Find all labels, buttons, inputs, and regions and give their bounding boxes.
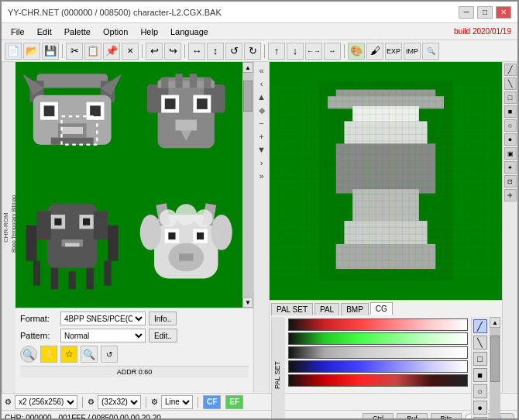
- search-icon-btn[interactable]: 🔍: [20, 346, 37, 363]
- picker-tool[interactable]: ✦: [473, 417, 487, 420]
- cut-button[interactable]: ✂: [66, 43, 83, 60]
- scroll-right-button[interactable]: ↔: [324, 43, 341, 60]
- rt-picker[interactable]: ✦: [504, 161, 517, 174]
- menu-palette[interactable]: Palette: [58, 26, 97, 38]
- import-button[interactable]: IMP: [404, 43, 421, 60]
- zoom-select[interactable]: x2 (256x256): [15, 395, 77, 409]
- menu-option[interactable]: Option: [97, 26, 134, 38]
- info-button[interactable]: Info..: [149, 312, 177, 325]
- rt-move[interactable]: ✛: [504, 189, 517, 201]
- color-row-2[interactable]: [288, 332, 468, 345]
- scroll-down-button[interactable]: ↓: [287, 43, 304, 60]
- bmp-tab[interactable]: BMP: [341, 303, 369, 315]
- tile-2[interactable]: [15, 185, 129, 308]
- open-button[interactable]: 📂: [23, 43, 40, 60]
- chr-info: CHR: 000000 - 001FFF / 008500 00,00,20,2…: [5, 414, 161, 420]
- rt-line[interactable]: ╲: [504, 77, 517, 90]
- edit-button[interactable]: Edit..: [149, 329, 177, 343]
- scroll-thumb[interactable]: [243, 81, 253, 112]
- rt-fill-circle[interactable]: ●: [504, 133, 517, 146]
- scroll-left-button[interactable]: ←→: [305, 43, 322, 60]
- pal-scroll-thumb[interactable]: [490, 336, 500, 382]
- scroll-up-button[interactable]: ↑: [268, 43, 285, 60]
- nav-pgup-btn[interactable]: ‹: [260, 78, 263, 89]
- palette-button[interactable]: 🖌: [366, 43, 383, 60]
- clear-button[interactable]: ✕: [122, 43, 139, 60]
- toolbar-separator-2: [142, 44, 143, 58]
- tile-0[interactable]: [15, 62, 129, 185]
- rotate-r-button[interactable]: ↻: [244, 43, 261, 60]
- nav-plus-btn[interactable]: +: [259, 131, 263, 142]
- zoom-button[interactable]: 🔍: [422, 43, 439, 60]
- menu-edit[interactable]: Edit: [31, 26, 58, 38]
- save-button[interactable]: 💾: [42, 43, 59, 60]
- rect-tool[interactable]: □: [473, 352, 487, 366]
- tile-1[interactable]: [129, 62, 243, 185]
- menu-help[interactable]: Help: [134, 26, 164, 38]
- cf-button[interactable]: CF: [203, 395, 221, 409]
- redo-button[interactable]: ↪: [164, 43, 181, 60]
- close-button[interactable]: ✕: [496, 6, 511, 19]
- copy-button[interactable]: 📋: [84, 43, 101, 60]
- line-select[interactable]: Line: [161, 395, 193, 409]
- tile-3[interactable]: [129, 185, 243, 308]
- palette-scrollbar[interactable]: ▲ ▼: [490, 317, 500, 420]
- rect-fill-tool[interactable]: ■: [473, 368, 487, 382]
- rt-circle[interactable]: ○: [504, 119, 517, 132]
- pixel-editor[interactable]: [270, 62, 502, 300]
- grid-select[interactable]: (32x32): [98, 395, 141, 409]
- color-row-1[interactable]: [288, 318, 468, 331]
- fill-tool[interactable]: ●: [473, 401, 487, 415]
- color-row-4[interactable]: [288, 360, 468, 373]
- flip-h-button[interactable]: ↔: [188, 43, 205, 60]
- menu-language[interactable]: Language: [164, 26, 215, 38]
- scroll-up-btn[interactable]: ▲: [242, 62, 253, 73]
- undo-button[interactable]: ↩: [146, 43, 163, 60]
- color-row-5[interactable]: [288, 374, 468, 387]
- menu-file[interactable]: File: [5, 26, 31, 38]
- scroll-track[interactable]: [242, 73, 253, 297]
- tile-scrollbar[interactable]: ▲ ▼: [242, 62, 253, 308]
- pal-tab[interactable]: PAL: [314, 303, 339, 315]
- export-button[interactable]: EXP: [385, 43, 402, 60]
- pal-set-tab[interactable]: PAL SET: [271, 303, 313, 315]
- star-icon-btn[interactable]: ☆: [60, 346, 77, 363]
- nav-bottom-btn[interactable]: »: [259, 170, 263, 181]
- circle-tool[interactable]: ○: [473, 384, 487, 398]
- pal-scroll-track[interactable]: [490, 328, 500, 420]
- title-bar: YY-CHR.NET (000000 / 008500) character-L…: [2, 2, 517, 23]
- cg-tab[interactable]: CG: [370, 302, 393, 315]
- rt-select[interactable]: ⊡: [504, 175, 517, 188]
- pencil-tool[interactable]: ╱: [473, 319, 487, 333]
- pal-scroll-up[interactable]: ▲: [490, 317, 500, 328]
- rt-fill[interactable]: ▣: [504, 147, 517, 160]
- nav-pgdn-btn[interactable]: ›: [260, 157, 263, 168]
- color-button[interactable]: 🎨: [348, 43, 365, 60]
- color-row-3[interactable]: [288, 346, 468, 359]
- paste-button[interactable]: 📌: [103, 43, 120, 60]
- nav-down-btn[interactable]: ▼: [257, 144, 266, 155]
- svg-rect-44: [104, 260, 111, 285]
- scroll-down-btn[interactable]: ▼: [242, 297, 253, 308]
- maximize-button[interactable]: □: [477, 6, 493, 19]
- nav-top-btn[interactable]: «: [259, 65, 263, 76]
- bookmark-icon-btn[interactable]: ⭐: [40, 346, 57, 363]
- rotate-l-button[interactable]: ↺: [225, 43, 242, 60]
- left-label: CHR-ROM 8bpp Temporary Bitmap: [2, 62, 15, 393]
- rt-rect[interactable]: □: [504, 91, 517, 104]
- nav-minus-btn[interactable]: −: [259, 118, 263, 129]
- pattern-select[interactable]: Normal: [60, 329, 146, 343]
- refresh-btn[interactable]: ↺: [101, 346, 118, 363]
- minimize-button[interactable]: ─: [459, 6, 474, 19]
- format-select[interactable]: 4BPP SNES/PCE(C: [60, 312, 146, 325]
- pattern-label: Pattern:: [20, 331, 57, 340]
- zoom-left-btn[interactable]: 🔍: [81, 346, 98, 363]
- rt-pencil[interactable]: ╱: [504, 64, 517, 76]
- new-button[interactable]: 📄: [5, 43, 22, 60]
- rt-fill-rect[interactable]: ■: [504, 105, 517, 118]
- flip-v-button[interactable]: ↕: [207, 43, 224, 60]
- line-tool[interactable]: ╲: [473, 336, 487, 349]
- nav-up-btn[interactable]: ▲: [257, 91, 266, 102]
- tile-container: ▲ ▼: [15, 62, 253, 308]
- ef-button[interactable]: EF: [225, 395, 243, 409]
